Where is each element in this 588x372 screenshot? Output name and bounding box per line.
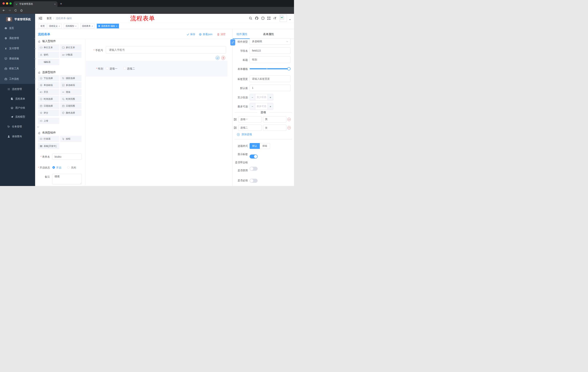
palette-item-dropdown[interactable]: 下拉选择 (38, 75, 59, 81)
avatar-caret-icon[interactable] (289, 19, 291, 20)
traffic-light-minimize[interactable] (6, 2, 8, 5)
status-off-radio[interactable] (67, 166, 70, 169)
tag-close-icon[interactable]: × (92, 25, 93, 28)
palette-item-multi-text[interactable]: 多行文本 (60, 44, 82, 51)
tag-process-form-edit[interactable]: 流程表单-编辑× (97, 24, 119, 28)
gender-option1-label[interactable]: 选项一 (110, 67, 117, 70)
palette-item-time-range[interactable]: 时间范围 (60, 96, 82, 102)
stepper-plus-button[interactable]: + (268, 94, 273, 100)
remark-textarea[interactable]: 嘿嘿 (52, 174, 82, 184)
remove-option1-button[interactable] (287, 118, 291, 121)
sidebar-item-process-mgmt[interactable]: 流程管理 (0, 85, 42, 94)
fullscreen-icon[interactable] (267, 17, 271, 20)
reload-icon[interactable] (14, 9, 17, 12)
search-icon[interactable] (249, 17, 252, 20)
browser-tab[interactable]: 芋道管理系统 × (13, 1, 57, 7)
tag-close-icon[interactable]: × (116, 25, 117, 28)
palette-item-row-container[interactable]: 行容器 (38, 136, 59, 142)
palette-item-single-text[interactable]: 单行文本 (38, 44, 59, 51)
clear-button[interactable]: 清空 (217, 33, 226, 36)
tag-close-icon[interactable]: × (59, 25, 60, 28)
palette-item-switch[interactable]: 开关 (38, 89, 59, 95)
status-off-label[interactable]: 关闭 (71, 166, 76, 170)
palette-item-radio-group[interactable]: 单选框组 (38, 82, 59, 88)
sidebar-item-leave-query[interactable]: 请假查询 (0, 132, 42, 141)
palette-item-rate[interactable]: 评分 (38, 110, 59, 116)
tab-component-props[interactable]: 组件属性 (237, 32, 247, 36)
tag-process-definition[interactable]: 流程定义× (47, 24, 62, 28)
remove-option2-button[interactable] (287, 126, 291, 129)
show-label-toggle[interactable] (250, 155, 258, 159)
grid-slider-track[interactable] (250, 68, 289, 69)
palette-item-slider[interactable]: 滑块 (60, 89, 82, 95)
field-name-input[interactable] (250, 47, 291, 54)
option-style-button-button[interactable]: 按钮 (260, 143, 270, 149)
sidebar-item-payment[interactable]: ¥ 支付管理 (0, 44, 40, 53)
palette-item-color-picker[interactable]: 颜色选择 (60, 110, 82, 116)
help-icon[interactable]: ? (261, 16, 265, 20)
resize-handle[interactable] (80, 182, 81, 184)
tag-process-form[interactable]: 流程表单× (80, 24, 94, 28)
palette-item-counter[interactable]: 123计数器 (60, 52, 82, 58)
gender-option2-label[interactable]: 选项二 (127, 67, 135, 70)
palette-item-checkbox-group[interactable]: 多选框组 (60, 82, 82, 88)
option1-label-input[interactable] (238, 116, 262, 122)
sidebar-item-system[interactable]: 系统管理 (0, 34, 40, 43)
back-icon[interactable] (2, 9, 5, 12)
form-name-input[interactable] (52, 154, 82, 160)
stepper-minus-button[interactable]: − (250, 103, 255, 109)
palette-item-editor[interactable]: 编辑器 (38, 59, 59, 65)
border-toggle[interactable] (250, 167, 258, 171)
default-value-input[interactable] (250, 85, 291, 91)
tab-form-props[interactable]: 表单属性 (263, 32, 274, 36)
view-json-button[interactable]: 查看json (199, 33, 212, 36)
status-on-label[interactable]: 开启 (56, 166, 61, 170)
copy-component-button[interactable] (216, 56, 220, 60)
drag-handle-icon[interactable] (234, 118, 237, 121)
delete-component-button[interactable] (221, 56, 225, 60)
option1-value-input[interactable] (263, 116, 286, 122)
sidebar-logo[interactable]: 芋道管理系统 (0, 14, 35, 25)
tag-process-model[interactable]: 流程模型× (64, 24, 78, 28)
sidebar-item-task-mgmt[interactable]: 任务管理 (0, 122, 42, 131)
option-style-default-button[interactable]: 默认 (250, 143, 260, 149)
gender-option1-checkbox[interactable] (106, 67, 108, 70)
component-type-select[interactable]: 多选框组 (250, 38, 291, 45)
stepper-minus-button[interactable]: − (250, 94, 255, 100)
max-select-placeholder[interactable]: 最多可选 (255, 105, 268, 108)
sidebar-item-home[interactable]: 首页 (0, 24, 40, 33)
option2-value-input[interactable] (263, 125, 286, 131)
palette-item-cascader[interactable]: 级联选择 (60, 75, 82, 81)
tag-close-icon[interactable]: × (75, 25, 77, 28)
option2-label-input[interactable] (238, 125, 262, 131)
forward-icon[interactable] (8, 9, 11, 12)
new-tab-button[interactable]: + (60, 2, 62, 6)
disabled-toggle[interactable] (250, 179, 258, 183)
title-input[interactable] (250, 56, 291, 63)
home-icon[interactable] (20, 9, 23, 12)
breadcrumb-home[interactable]: 首页 (47, 17, 52, 20)
grid-slider-handle[interactable] (287, 67, 291, 70)
palette-item-button[interactable]: 按钮 (60, 136, 82, 142)
palette-item-time-picker[interactable]: 时间选择 (38, 96, 59, 102)
palette-item-password[interactable]: 密码 (38, 52, 59, 58)
palette-item-date-range[interactable]: 日期范围 (60, 103, 82, 109)
avatar[interactable] (280, 15, 287, 22)
traffic-light-close[interactable] (2, 2, 5, 5)
add-option-button[interactable]: 添加选项 (237, 133, 252, 136)
min-select-placeholder[interactable]: 至少应选 (255, 96, 268, 99)
save-button[interactable]: 保存 (187, 33, 195, 36)
palette-item-upload[interactable]: 上传 (38, 118, 59, 124)
sidebar-item-devtools[interactable]: 研发工具 (0, 64, 40, 73)
font-size-icon[interactable]: TT (273, 17, 276, 20)
drag-handle-icon[interactable] (234, 126, 237, 129)
status-on-radio[interactable] (52, 166, 55, 169)
sidebar-item-workflow[interactable]: 工作流程 (0, 74, 40, 84)
label-width-input[interactable] (250, 75, 291, 82)
sidebar-collapse-icon[interactable] (39, 17, 42, 20)
tag-home[interactable]: 首页 (39, 24, 46, 28)
gender-option2-checkbox[interactable] (123, 67, 126, 70)
palette-item-table[interactable]: 表格[开发中] (38, 143, 59, 149)
sidebar-item-infra[interactable]: 基础设施 (0, 54, 40, 63)
phone-field-input[interactable] (106, 46, 226, 53)
